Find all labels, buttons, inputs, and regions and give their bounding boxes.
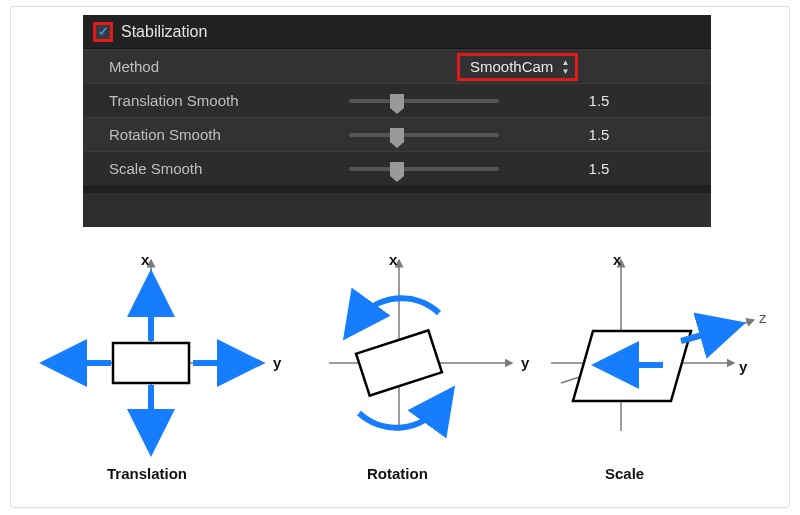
panel-header: ✓ Stabilization (83, 15, 711, 49)
panel-title: Stabilization (121, 23, 207, 41)
stabilization-checkbox[interactable]: ✓ (93, 22, 113, 42)
axis-y-3: y (739, 358, 748, 375)
axis-y-2: y (521, 354, 530, 371)
updown-icon: ▲▼ (561, 58, 569, 75)
scale-diagram (551, 263, 751, 431)
translation-smooth-value: 1.5 (519, 92, 679, 109)
scale-smooth-value: 1.5 (519, 160, 679, 177)
svg-rect-2 (113, 343, 189, 383)
diagrams-svg: x y x y x (31, 243, 771, 498)
svg-rect-9 (356, 330, 442, 395)
translation-smooth-slider[interactable] (349, 99, 499, 103)
method-select[interactable]: SmoothCam ▲▼ (457, 53, 578, 81)
diagrams-area: x y x y x (31, 243, 771, 498)
translation-diagram (63, 263, 261, 433)
rotation-smooth-label: Rotation Smooth (109, 126, 349, 143)
rotation-smooth-value: 1.5 (519, 126, 679, 143)
scale-smooth-slider[interactable] (349, 167, 499, 171)
method-row: Method SmoothCam ▲▼ (83, 49, 711, 83)
diagram-label-scale: Scale (605, 465, 644, 482)
method-label: Method (109, 58, 349, 75)
axis-y-1: y (273, 354, 282, 371)
stabilization-panel: ✓ Stabilization Method SmoothCam ▲▼ Tran… (83, 15, 711, 227)
rotation-diagram (329, 263, 509, 431)
axis-x-2: x (389, 251, 398, 268)
axis-z: z (759, 309, 767, 326)
diagram-label-translation: Translation (107, 465, 187, 482)
rotation-smooth-slider[interactable] (349, 133, 499, 137)
diagram-label-rotation: Rotation (367, 465, 428, 482)
check-icon: ✓ (98, 25, 109, 38)
scale-smooth-label: Scale Smooth (109, 160, 349, 177)
method-value: SmoothCam (470, 58, 553, 75)
scale-smooth-row: Scale Smooth 1.5 (83, 151, 711, 185)
axis-x-3: x (613, 251, 622, 268)
translation-smooth-row: Translation Smooth 1.5 (83, 83, 711, 117)
translation-smooth-label: Translation Smooth (109, 92, 349, 109)
rotation-smooth-row: Rotation Smooth 1.5 (83, 117, 711, 151)
axis-x-1: x (141, 251, 150, 268)
